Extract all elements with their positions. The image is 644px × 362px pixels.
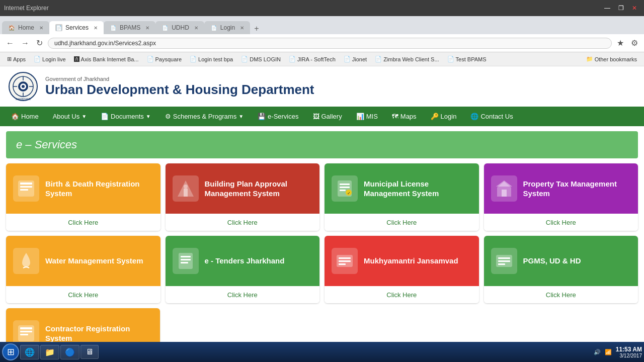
bookmark-testbpams[interactable]: 📄 Test BPAMS	[444, 55, 490, 63]
card-mukhyamantri[interactable]: Mukhyamantri Jansamvad Click Here	[325, 236, 479, 303]
new-tab-button[interactable]: +	[250, 23, 263, 34]
bookmark-login-live[interactable]: 📄 Login live	[31, 55, 68, 63]
nav-documents[interactable]: 📄 Documents ▼	[94, 107, 158, 126]
clock-date: 3/12/2017	[616, 353, 642, 358]
tab-close-login[interactable]: ✕	[240, 25, 244, 31]
water-mgmt-footer: Click Here	[6, 286, 160, 303]
bookmark-apps[interactable]: ⊞ Apps	[4, 55, 29, 63]
address-bar-row: ← → ↻ ★ ⚙	[0, 34, 644, 52]
building-plan-link[interactable]: Click Here	[227, 219, 258, 226]
nav-eservices[interactable]: 💾 e-Services	[251, 107, 305, 126]
tab-label-udhd: UDHD	[172, 24, 189, 31]
pgms-footer: Click Here	[484, 286, 638, 303]
gallery-nav-icon: 🖼	[313, 113, 319, 120]
bookmark-jionet[interactable]: 📄 Jionet	[341, 55, 370, 63]
nav-home[interactable]: 🏠 Home	[4, 107, 46, 126]
nav-maps-label: Maps	[400, 113, 417, 120]
back-button[interactable]: ←	[4, 38, 16, 49]
mukhyamantri-link[interactable]: Click Here	[386, 291, 417, 299]
forward-button[interactable]: →	[19, 38, 31, 49]
doc-icon-8: 📄	[447, 56, 454, 62]
card-water-mgmt[interactable]: Water Management System Click Here	[6, 236, 160, 303]
etenders-icon	[173, 248, 199, 274]
refresh-button[interactable]: ↻	[34, 37, 45, 49]
schemes-nav-icon: ⚙	[165, 113, 171, 120]
nav-mis[interactable]: 📊 MIS	[349, 107, 385, 126]
explorer-icon: 📁	[45, 347, 55, 357]
tab-favicon-udhd: 📄	[162, 24, 169, 31]
property-tax-link[interactable]: Click Here	[546, 219, 576, 226]
doc-icon-7: 📄	[375, 56, 382, 62]
taskbar-ie-btn[interactable]: 🌐	[20, 345, 39, 359]
title-bar: Internet Explorer — ❐ ✕	[0, 0, 644, 16]
start-button[interactable]: ⊞	[2, 343, 19, 360]
bookmark-dms[interactable]: 📄 DMS LOGIN	[238, 55, 284, 63]
nav-contact[interactable]: 🌐 Contact Us	[463, 107, 520, 126]
tab-close-home[interactable]: ✕	[39, 25, 43, 31]
taskbar-right: 🔊 📶 11:53 AM 3/12/2017	[594, 346, 642, 358]
svg-rect-32	[339, 260, 351, 262]
municipal-license-link[interactable]: Click Here	[386, 219, 417, 226]
municipal-license-label: Municipal License Management System	[364, 179, 472, 199]
docs-nav-icon: 📄	[101, 113, 109, 120]
bookmark-jira[interactable]: 📄 JIRA - SoftTech	[286, 55, 339, 63]
birth-death-link[interactable]: Click Here	[68, 219, 98, 226]
address-input[interactable]	[48, 38, 612, 49]
nav-gallery[interactable]: 🖼 Gallery	[306, 107, 349, 126]
bookmark-other[interactable]: 📁 Other bookmarks	[583, 55, 640, 63]
card-pgms[interactable]: PGMS, UD & HD Click Here	[484, 236, 638, 303]
svg-rect-39	[20, 327, 32, 329]
bookmark-axis[interactable]: 🅰 Axis Bank Internet Ba...	[71, 55, 142, 63]
svg-rect-33	[339, 263, 346, 265]
nav-maps[interactable]: 🗺 Maps	[385, 107, 424, 126]
tab-login[interactable]: 📄 Login ✕	[204, 21, 250, 34]
svg-rect-13	[20, 189, 28, 191]
birth-death-icon	[13, 175, 39, 202]
tab-bpams[interactable]: 📄 BPAMS ✕	[104, 21, 155, 34]
tab-home[interactable]: 🏠 Home ✕	[2, 21, 49, 34]
svg-rect-15	[184, 189, 188, 197]
tools-button[interactable]: ⚙	[629, 37, 640, 49]
tab-close-services[interactable]: ✕	[94, 25, 98, 31]
tab-udhd[interactable]: 📄 UDHD ✕	[155, 21, 204, 34]
nav-login[interactable]: 🔑 Login	[424, 107, 464, 126]
card-municipal-license[interactable]: ✓ Municipal License Management System Cl…	[325, 163, 479, 231]
card-etenders[interactable]: e - Tenders Jharkhand Click Here	[166, 236, 320, 303]
svg-marker-25	[496, 180, 512, 187]
water-mgmt-link[interactable]: Click Here	[68, 291, 98, 299]
tab-favicon-home: 🏠	[8, 24, 15, 31]
nav-schemes[interactable]: ⚙ Schemes & Programs ▼	[158, 107, 251, 126]
close-button[interactable]: ✕	[629, 4, 640, 13]
bookmark-zimbra[interactable]: 📄 Zimbra Web Client S...	[372, 55, 442, 63]
tab-close-udhd[interactable]: ✕	[194, 25, 198, 31]
property-tax-footer: Click Here	[484, 214, 638, 231]
minimize-button[interactable]: —	[601, 4, 613, 13]
favorites-button[interactable]: ★	[615, 37, 626, 49]
maps-nav-icon: 🗺	[392, 113, 398, 120]
bookmark-login-test[interactable]: 📄 Login test bpa	[187, 55, 236, 63]
services-grid: Birth & Death Registration System Click …	[0, 158, 644, 308]
svg-rect-26	[179, 253, 193, 269]
tab-services[interactable]: 📄 Services ✕	[49, 21, 104, 34]
ie-icon: 🌐	[25, 347, 35, 357]
tab-close-bpams[interactable]: ✕	[145, 25, 149, 31]
bookmark-paysquare[interactable]: 📄 Paysquare	[144, 55, 185, 63]
svg-point-4	[22, 85, 25, 88]
card-birth-death[interactable]: Birth & Death Registration System Click …	[6, 163, 160, 231]
building-plan-label: Building Plan Approval Management System	[205, 179, 313, 199]
birth-death-footer: Click Here	[6, 214, 160, 231]
nav-mis-label: MIS	[366, 113, 378, 120]
restore-button[interactable]: ❐	[615, 4, 627, 13]
card-building-plan[interactable]: Building Plan Approval Management System…	[166, 163, 320, 231]
card-property-tax[interactable]: Property Tax Management System Click Her…	[484, 163, 638, 231]
taskbar-chrome-btn[interactable]: 🔵	[60, 345, 79, 359]
site-subtitle: Government of Jharkhand	[45, 76, 314, 82]
taskbar-win-btn[interactable]: 🖥	[80, 345, 99, 359]
nav-about[interactable]: About Us ▼	[46, 107, 94, 126]
etenders-link[interactable]: Click Here	[227, 291, 258, 299]
taskbar-explorer-btn[interactable]: 📁	[40, 345, 59, 359]
window-controls: — ❐ ✕	[601, 4, 640, 13]
property-tax-label: Property Tax Management System	[523, 179, 631, 199]
svg-rect-28	[181, 259, 191, 260]
pgms-link[interactable]: Click Here	[546, 291, 576, 299]
